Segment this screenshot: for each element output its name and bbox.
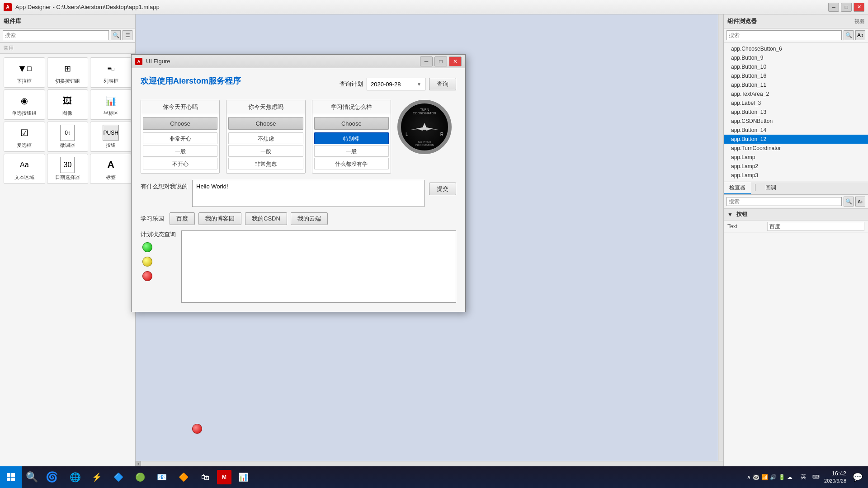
inspector-search-button[interactable]: 🔍: [844, 197, 854, 206]
spinner-component[interactable]: 0↕ 微调器: [47, 122, 89, 152]
taskbar-mail-icon[interactable]: 📧: [152, 466, 172, 488]
tree-item-13[interactable]: app.Lamp2: [724, 162, 868, 171]
submit-button[interactable]: 提交: [429, 183, 456, 195]
mood-option-1-2[interactable]: 非常焦虑: [228, 158, 303, 169]
minimize-button[interactable]: ─: [828, 3, 839, 12]
start-button[interactable]: [0, 466, 22, 488]
date-select[interactable]: 2020-09-28 ▼: [367, 78, 425, 90]
browser-search-button[interactable]: 🔍: [844, 30, 854, 40]
query-button[interactable]: 查询: [429, 78, 456, 90]
choose-button-1[interactable]: Choose: [228, 117, 303, 130]
inspector-search-input[interactable]: [726, 197, 842, 206]
listbox-label: 列表框: [104, 78, 118, 84]
radiobtn-component[interactable]: ◉ 单选按钮组: [4, 89, 45, 120]
mood-option-0-2[interactable]: 不开心: [143, 158, 217, 169]
textarea-component[interactable]: Aa 文本区域: [4, 154, 45, 184]
instrument-label-bottom: NO PITCHINFORMATION: [415, 141, 434, 147]
left-sidebar: 组件库 🔍 ☰ 常用 ▼□ 下拉框 ⊞ 切换按钮组 ≡□ 列表框 ◉ 单选按钮组: [0, 14, 136, 466]
inspector-tab-inspector[interactable]: 检查器: [724, 182, 751, 194]
button-component[interactable]: PUSH 按钮: [90, 122, 132, 152]
taskbar-visual-studio-icon[interactable]: 🔷: [108, 466, 128, 488]
component-search-input[interactable]: [3, 30, 109, 40]
image-component[interactable]: 🖼 图像: [47, 89, 89, 120]
tree-item-12[interactable]: app.Lamp: [724, 153, 868, 162]
taskbar-arduino-icon[interactable]: ⚡: [87, 466, 107, 488]
component-search-box: 🔍 ☰: [0, 28, 135, 42]
tree-item-10[interactable]: app.Button_12: [724, 135, 868, 144]
tree-item-0[interactable]: app.ChooseButton_6: [724, 44, 868, 53]
tree-item-1[interactable]: app.Button_9: [724, 53, 868, 62]
mood-option-0-0[interactable]: 非常开心: [143, 132, 217, 144]
tree-item-9[interactable]: app.Button_14: [724, 126, 868, 135]
axes-component[interactable]: 📊 坐标区: [90, 89, 132, 120]
label-component[interactable]: A 标签: [90, 154, 132, 184]
close-button[interactable]: ✕: [854, 3, 864, 12]
dialog-close-button[interactable]: ✕: [449, 56, 462, 66]
baidu-button[interactable]: 百度: [170, 212, 195, 225]
tree-item-3[interactable]: app.Button_16: [724, 71, 868, 80]
maximize-button[interactable]: □: [841, 3, 852, 12]
date-dropdown-icon: ▼: [417, 82, 421, 87]
togglebtn-label: 切换按钮组: [55, 78, 80, 84]
tree-item-5[interactable]: app.TextArea_2: [724, 89, 868, 99]
mood-panel-inner-0: Choose 非常开心 一般 不开心: [141, 117, 219, 173]
datepicker-component[interactable]: 30 日期选择器: [47, 154, 89, 184]
inspector-az-button[interactable]: A↕: [855, 197, 865, 206]
instrument-label-top: TURNCOORDINATOR: [413, 108, 436, 115]
component-browser-search-input[interactable]: [726, 30, 842, 40]
togglebtn-component[interactable]: ⊞ 切换按钮组: [47, 57, 89, 88]
taskbar-search-icon[interactable]: 🔍: [22, 466, 42, 488]
filter-button[interactable]: ☰: [123, 30, 132, 40]
choose-button-2[interactable]: Choose: [314, 117, 389, 130]
tree-item-2[interactable]: app.Button_10: [724, 62, 868, 71]
tree-item-7[interactable]: app.Button_13: [724, 108, 868, 117]
mood-option-2-0[interactable]: 特别棒: [314, 132, 389, 144]
blog-button[interactable]: 我的博客园: [198, 212, 241, 225]
dialog-maximize-button[interactable]: □: [434, 56, 447, 66]
choose-button-0[interactable]: Choose: [143, 117, 217, 130]
taskbar-green-icon[interactable]: 🟢: [130, 466, 150, 488]
mood-option-0-1[interactable]: 一般: [143, 145, 217, 157]
dialog-title-text: UI Figure: [146, 58, 416, 65]
vertical-scrollbar[interactable]: [718, 14, 723, 461]
tray-up-arrow[interactable]: ∧: [747, 474, 751, 480]
checkbox-component[interactable]: ☑ 复选框: [4, 122, 45, 152]
tree-item-11[interactable]: app.TurnCoordinator: [724, 144, 868, 153]
taskbar-task-view-icon[interactable]: 🌀: [42, 466, 61, 488]
mood-option-1-0[interactable]: 不焦虑: [228, 132, 303, 144]
message-row: 有什么想对我说的 Hello World! 提交: [141, 180, 456, 207]
message-textarea[interactable]: Hello World!: [192, 180, 425, 207]
inspector-tab-divider: │: [751, 182, 760, 194]
mood-option-2-2[interactable]: 什么都没有学: [314, 158, 389, 169]
taskbar-store-icon[interactable]: 🛍: [195, 466, 215, 488]
tree-item-4[interactable]: app.Button_11: [724, 80, 868, 89]
horizontal-scrollbar[interactable]: [136, 461, 723, 466]
taskbar-edge-icon[interactable]: 🌐: [65, 466, 85, 488]
inspector-tab-callback[interactable]: 回调: [760, 182, 782, 194]
taskbar-matlab-icon[interactable]: M: [217, 470, 231, 484]
taskbar-vs2-icon[interactable]: 🔶: [174, 466, 193, 488]
component-browser-search-box: 🔍 A↕: [724, 28, 868, 42]
browser-filter-button[interactable]: A↕: [855, 30, 865, 40]
tree-item-8[interactable]: app.CSDNButton: [724, 117, 868, 126]
inspector-text-value[interactable]: [767, 222, 864, 231]
svg-rect-5: [7, 473, 10, 477]
mood-option-2-1[interactable]: 一般: [314, 145, 389, 157]
status-textarea[interactable]: [181, 230, 456, 303]
taskbar-extra-icon[interactable]: 📊: [233, 466, 253, 488]
tree-item-6[interactable]: app.Label_3: [724, 99, 868, 108]
listbox-component[interactable]: ≡□ 列表框: [90, 57, 132, 88]
csdn-button[interactable]: 我的CSDN: [245, 212, 287, 225]
tree-item-14[interactable]: app.Lamp3: [724, 171, 868, 180]
status-lights: [141, 242, 176, 281]
notification-icon[interactable]: 💬: [853, 472, 863, 482]
instrument-lr-labels: L R: [401, 132, 448, 137]
cloud-button[interactable]: 我的云端: [291, 212, 328, 225]
mood-option-1-1[interactable]: 一般: [228, 145, 303, 157]
dropdown-component[interactable]: ▼□ 下拉框: [4, 57, 45, 88]
axes-label: 坐标区: [104, 110, 118, 117]
dialog-minimize-button[interactable]: ─: [420, 56, 433, 66]
right-sidebar: 组件浏览器 视图 🔍 A↕ app.ChooseButton_6 app.But…: [723, 14, 868, 466]
query-row: 查询计划 2020-09-28 ▼ 查询: [340, 78, 456, 90]
search-button[interactable]: 🔍: [111, 30, 121, 40]
